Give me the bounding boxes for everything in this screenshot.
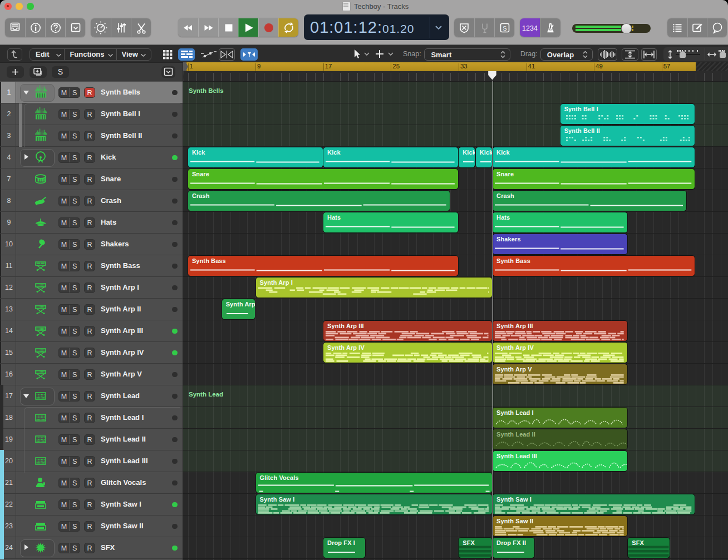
svg-text:1234: 1234	[522, 24, 538, 32]
svg-text:S: S	[503, 24, 506, 31]
